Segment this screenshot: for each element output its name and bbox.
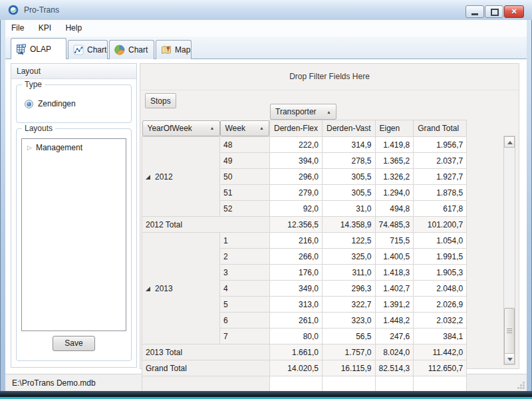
resize-grip-icon[interactable] — [517, 382, 525, 390]
grand-total-value-cell[interactable]: 16.115,9 — [323, 360, 375, 376]
scroll-up-button[interactable] — [504, 136, 515, 148]
week-cell[interactable]: 6 — [220, 313, 270, 329]
maximize-button[interactable] — [485, 5, 503, 18]
radio-selected-icon[interactable] — [25, 100, 33, 108]
week-cell[interactable]: 50 — [220, 169, 270, 185]
grand-total-value-cell[interactable]: 82.514,3 — [375, 360, 414, 376]
value-cell[interactable]: 1.400,5 — [375, 249, 414, 265]
week-cell[interactable]: 49 — [220, 153, 270, 169]
menu-file[interactable]: File — [5, 20, 30, 33]
value-cell[interactable]: 311,0 — [323, 265, 375, 281]
data-field-stops[interactable]: Stops — [145, 93, 176, 108]
value-cell[interactable]: 216,0 — [270, 233, 323, 249]
collapse-year-icon[interactable] — [146, 175, 150, 180]
menu-help[interactable]: Help — [59, 20, 88, 33]
minimize-button[interactable] — [466, 5, 484, 18]
column-header-grand-total[interactable]: Grand Total — [414, 120, 467, 137]
value-cell[interactable]: 2.037,7 — [414, 153, 467, 169]
value-cell[interactable]: 247,6 — [375, 329, 414, 344]
year-total-label-cell[interactable]: 2013 Total — [142, 344, 270, 360]
value-cell[interactable]: 1.905,3 — [414, 265, 467, 281]
value-cell[interactable]: 322,7 — [323, 297, 375, 313]
vertical-scrollbar[interactable] — [503, 136, 515, 365]
value-cell[interactable]: 494,8 — [375, 201, 414, 217]
value-cell[interactable]: 92,0 — [270, 201, 323, 217]
value-cell[interactable]: 1.365,2 — [375, 153, 414, 169]
collapse-year-icon[interactable] — [146, 287, 150, 291]
value-cell[interactable]: 278,5 — [323, 153, 375, 169]
value-cell[interactable]: 1.391,2 — [375, 297, 414, 313]
week-cell[interactable]: 1 — [220, 233, 270, 249]
year-total-value-cell[interactable]: 74.485,3 — [375, 217, 414, 233]
row-field-week[interactable]: Week ▲ — [220, 120, 270, 137]
value-cell[interactable]: 1.956,7 — [414, 137, 467, 153]
year-total-label-cell[interactable]: 2012 Total — [142, 217, 270, 233]
tab-olap[interactable]: OLAP — [11, 38, 66, 59]
value-cell[interactable]: 325,0 — [323, 249, 375, 265]
value-cell[interactable]: 56,5 — [323, 329, 375, 344]
value-cell[interactable]: 1.326,2 — [375, 169, 414, 185]
week-cell[interactable]: 2 — [220, 249, 270, 265]
row-field-yearofweek[interactable]: YearOfWeek ▲ — [142, 120, 220, 137]
year-total-value-cell[interactable]: 101.200,7 — [414, 217, 467, 233]
value-cell[interactable]: 384,1 — [414, 329, 467, 344]
zendingen-radio-row[interactable]: Zendingen — [25, 99, 76, 108]
value-cell[interactable]: 296,3 — [323, 281, 375, 297]
value-cell[interactable]: 31,0 — [323, 201, 375, 217]
value-cell[interactable]: 1.418,3 — [375, 265, 414, 281]
year-total-value-cell[interactable]: 8.024,0 — [375, 344, 414, 360]
value-cell[interactable]: 222,0 — [270, 137, 323, 153]
value-cell[interactable]: 314,9 — [323, 137, 375, 153]
year-group-cell[interactable]: 2013 — [142, 233, 220, 344]
value-cell[interactable]: 296,0 — [270, 169, 323, 185]
value-cell[interactable]: 1.402,7 — [375, 281, 414, 297]
value-cell[interactable]: 305,5 — [323, 169, 375, 185]
value-cell[interactable]: 2.032,2 — [414, 313, 467, 329]
value-cell[interactable]: 176,0 — [270, 265, 323, 281]
close-button[interactable]: ✕ — [504, 5, 524, 18]
value-cell[interactable]: 323,0 — [323, 313, 375, 329]
value-cell[interactable]: 617,8 — [414, 201, 467, 217]
year-total-value-cell[interactable]: 12.356,5 — [270, 217, 323, 233]
grand-total-label-cell[interactable]: Grand Total — [142, 360, 270, 376]
value-cell[interactable]: 1.294,0 — [375, 185, 414, 201]
scroll-down-button[interactable] — [504, 353, 515, 364]
week-cell[interactable]: 7 — [220, 329, 270, 344]
value-cell[interactable]: 1.927,7 — [414, 169, 467, 185]
value-cell[interactable]: 279,0 — [270, 185, 323, 201]
grand-total-value-cell[interactable]: 112.650,7 — [414, 360, 467, 376]
grand-total-value-cell[interactable]: 14.020,5 — [270, 360, 323, 376]
value-cell[interactable]: 80,0 — [270, 329, 323, 344]
week-cell[interactable]: 5 — [220, 297, 270, 313]
value-cell[interactable]: 266,0 — [270, 249, 323, 265]
year-total-value-cell[interactable]: 1.757,0 — [323, 344, 375, 360]
week-cell[interactable]: 48 — [220, 137, 270, 153]
column-header-derden-vast[interactable]: Derden-Vast — [323, 120, 375, 137]
value-cell[interactable]: 2.026,9 — [414, 297, 467, 313]
week-cell[interactable]: 3 — [220, 265, 270, 281]
value-cell[interactable]: 1.448,2 — [375, 313, 414, 329]
value-cell[interactable]: 394,0 — [270, 153, 323, 169]
week-cell[interactable]: 52 — [220, 201, 270, 217]
menu-kpi[interactable]: KPI — [33, 20, 57, 33]
tab-chart-pie[interactable]: Chart — [109, 40, 154, 59]
value-cell[interactable]: 715,5 — [375, 233, 414, 249]
value-cell[interactable]: 1.054,0 — [414, 233, 467, 249]
tree-item-management[interactable]: ▷ Management — [22, 139, 126, 152]
expand-collapsed-icon[interactable]: ▷ — [27, 145, 32, 151]
value-cell[interactable]: 261,0 — [270, 313, 323, 329]
scrollbar-thumb[interactable] — [504, 308, 515, 354]
column-header-eigen[interactable]: Eigen — [375, 120, 414, 137]
title-bar[interactable]: Pro-Trans ✕ — [0, 0, 532, 20]
week-cell[interactable]: 51 — [220, 185, 270, 201]
year-total-value-cell[interactable]: 1.661,0 — [270, 344, 323, 360]
save-button[interactable]: Save — [53, 336, 95, 351]
value-cell[interactable]: 122,5 — [323, 233, 375, 249]
value-cell[interactable]: 349,0 — [270, 281, 323, 297]
column-header-derden-flex[interactable]: Derden-Flex — [270, 120, 323, 137]
value-cell[interactable]: 1.419,8 — [375, 137, 414, 153]
layouts-listbox[interactable]: ▷ Management — [21, 138, 126, 331]
tab-chart-line[interactable]: Chart — [68, 40, 108, 59]
value-cell[interactable]: 1.991,5 — [414, 249, 467, 265]
value-cell[interactable]: 1.878,5 — [414, 185, 467, 201]
